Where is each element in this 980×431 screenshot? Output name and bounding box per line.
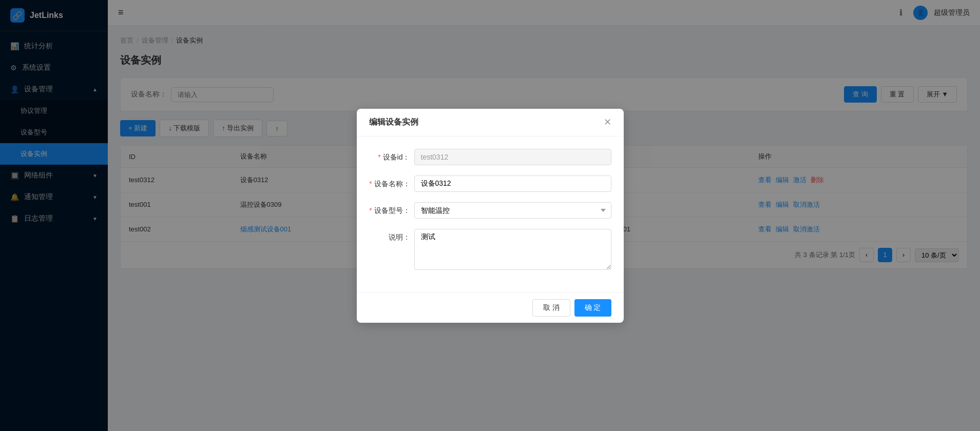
modal-close-button[interactable]: ✕ [604,117,611,127]
form-label-name: 设备名称： [369,175,410,192]
form-item-id: 设备id： [369,149,611,165]
modal-body: 设备id： 设备名称： 设备型号： 智能温控 说明： 测试 [357,136,624,292]
form-label-desc: 说明： [369,229,410,245]
modal-footer: 取 消 确 定 [357,292,624,323]
form-label-type: 设备型号： [369,202,410,219]
form-item-name: 设备名称： [369,175,611,192]
confirm-button[interactable]: 确 定 [574,299,611,317]
device-name-input[interactable] [414,175,611,192]
form-item-desc: 说明： 测试 [369,229,611,270]
form-label-id: 设备id： [369,149,410,165]
modal-overlay: 编辑设备实例 ✕ 设备id： 设备名称： 设备型号： 智能温控 说明： 测试 [0,0,980,431]
device-desc-textarea[interactable]: 测试 [414,229,611,270]
edit-modal: 编辑设备实例 ✕ 设备id： 设备名称： 设备型号： 智能温控 说明： 测试 [357,109,624,323]
modal-title: 编辑设备实例 [369,117,418,128]
modal-header: 编辑设备实例 ✕ [357,109,624,136]
cancel-button[interactable]: 取 消 [532,299,570,317]
form-item-type: 设备型号： 智能温控 [369,202,611,219]
device-id-input [414,149,611,165]
device-type-select[interactable]: 智能温控 [414,202,611,219]
